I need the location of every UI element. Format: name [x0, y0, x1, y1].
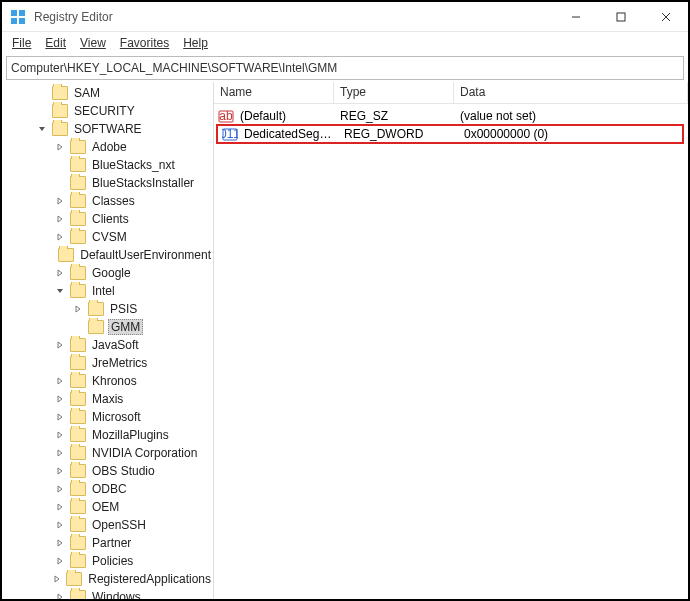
col-header-data[interactable]: Data: [454, 82, 688, 103]
minimize-button[interactable]: [553, 2, 598, 31]
folder-icon: [70, 536, 86, 550]
chevron-right-icon[interactable]: [56, 395, 70, 403]
close-button[interactable]: [643, 2, 688, 31]
tree-item[interactable]: BlueStacksInstaller: [2, 174, 213, 192]
folder-icon: [70, 176, 86, 190]
chevron-right-icon[interactable]: [56, 503, 70, 511]
tree-item-label: MozillaPlugins: [90, 428, 171, 442]
menu-file[interactable]: File: [6, 34, 37, 52]
tree-item[interactable]: OEM: [2, 498, 213, 516]
folder-icon: [70, 428, 86, 442]
col-header-type[interactable]: Type: [334, 82, 454, 103]
chevron-right-icon[interactable]: [56, 467, 70, 475]
chevron-right-icon[interactable]: [56, 449, 70, 457]
tree-item[interactable]: SOFTWARE: [2, 120, 213, 138]
svg-rect-5: [617, 13, 625, 21]
tree-panel[interactable]: SAM SECURITYSOFTWAREAdobe BlueStacks_nxt…: [2, 82, 214, 599]
tree-item[interactable]: NVIDIA Corporation: [2, 444, 213, 462]
folder-icon: [70, 158, 86, 172]
chevron-right-icon[interactable]: [56, 539, 70, 547]
tree-item-label: OpenSSH: [90, 518, 148, 532]
tree-item[interactable]: RegisteredApplications: [2, 570, 213, 588]
folder-icon: [70, 338, 86, 352]
tree-item[interactable]: SAM: [2, 84, 213, 102]
tree-item[interactable]: Clients: [2, 210, 213, 228]
chevron-right-icon[interactable]: [56, 557, 70, 565]
tree-item[interactable]: Maxis: [2, 390, 213, 408]
tree-item[interactable]: MozillaPlugins: [2, 426, 213, 444]
tree-item[interactable]: GMM: [2, 318, 213, 336]
folder-icon: [70, 284, 86, 298]
address-bar[interactable]: Computer\HKEY_LOCAL_MACHINE\SOFTWARE\Int…: [6, 56, 684, 80]
tree-item-label: SOFTWARE: [72, 122, 144, 136]
list-row[interactable]: 011DedicatedSegm...REG_DWORD0x00000000 (…: [216, 124, 684, 144]
folder-icon: [70, 554, 86, 568]
folder-icon: [58, 248, 74, 262]
chevron-down-icon[interactable]: [38, 125, 52, 133]
tree-item[interactable]: Microsoft: [2, 408, 213, 426]
chevron-right-icon[interactable]: [56, 377, 70, 385]
tree-item[interactable]: ODBC: [2, 480, 213, 498]
tree-item[interactable]: JavaSoft: [2, 336, 213, 354]
tree-item[interactable]: DefaultUserEnvironment: [2, 246, 213, 264]
chevron-right-icon[interactable]: [56, 485, 70, 493]
tree-item-label: SECURITY: [72, 104, 137, 118]
folder-icon: [70, 356, 86, 370]
chevron-right-icon[interactable]: [56, 593, 70, 599]
tree-item-label: Maxis: [90, 392, 125, 406]
chevron-right-icon[interactable]: [56, 431, 70, 439]
tree-item[interactable]: SECURITY: [2, 102, 213, 120]
folder-icon: [88, 302, 104, 316]
address-path: Computer\HKEY_LOCAL_MACHINE\SOFTWARE\Int…: [11, 61, 337, 75]
tree-item[interactable]: Classes: [2, 192, 213, 210]
tree-item[interactable]: CVSM: [2, 228, 213, 246]
chevron-right-icon[interactable]: [53, 575, 66, 583]
string-value-icon: ab: [218, 108, 234, 124]
tree-item[interactable]: Intel: [2, 282, 213, 300]
menu-edit[interactable]: Edit: [39, 34, 72, 52]
folder-icon: [70, 446, 86, 460]
tree-item-label: OBS Studio: [90, 464, 157, 478]
tree-item[interactable]: OBS Studio: [2, 462, 213, 480]
chevron-down-icon[interactable]: [56, 287, 70, 295]
chevron-right-icon[interactable]: [74, 305, 88, 313]
folder-icon: [70, 410, 86, 424]
tree-item-label: PSIS: [108, 302, 139, 316]
tree-item[interactable]: Adobe: [2, 138, 213, 156]
tree-item[interactable]: Windows: [2, 588, 213, 599]
folder-icon: [70, 482, 86, 496]
tree-item[interactable]: Policies: [2, 552, 213, 570]
tree-item-label: Windows: [90, 590, 143, 599]
chevron-right-icon[interactable]: [56, 521, 70, 529]
chevron-right-icon[interactable]: [56, 233, 70, 241]
tree-item[interactable]: PSIS: [2, 300, 213, 318]
tree-item[interactable]: OpenSSH: [2, 516, 213, 534]
tree-item[interactable]: Khronos: [2, 372, 213, 390]
menu-favorites[interactable]: Favorites: [114, 34, 175, 52]
tree-item[interactable]: Partner: [2, 534, 213, 552]
value-name: (Default): [234, 109, 334, 123]
maximize-button[interactable]: [598, 2, 643, 31]
chevron-right-icon[interactable]: [56, 215, 70, 223]
tree-item[interactable]: BlueStacks_nxt: [2, 156, 213, 174]
chevron-right-icon[interactable]: [56, 197, 70, 205]
tree-item[interactable]: JreMetrics: [2, 354, 213, 372]
chevron-right-icon[interactable]: [56, 341, 70, 349]
folder-icon: [70, 266, 86, 280]
folder-icon: [70, 140, 86, 154]
chevron-right-icon[interactable]: [56, 413, 70, 421]
chevron-right-icon[interactable]: [56, 269, 70, 277]
folder-icon: [70, 518, 86, 532]
value-type: REG_DWORD: [338, 127, 458, 141]
tree-item[interactable]: Google: [2, 264, 213, 282]
folder-icon: [88, 320, 104, 334]
menu-help[interactable]: Help: [177, 34, 214, 52]
chevron-right-icon[interactable]: [56, 143, 70, 151]
col-header-name[interactable]: Name: [214, 82, 334, 103]
folder-icon: [66, 572, 82, 586]
window-controls: [553, 2, 688, 31]
titlebar[interactable]: Registry Editor: [2, 2, 688, 32]
menu-view[interactable]: View: [74, 34, 112, 52]
list-row[interactable]: ab(Default)REG_SZ(value not set): [214, 106, 688, 126]
folder-icon: [52, 104, 68, 118]
